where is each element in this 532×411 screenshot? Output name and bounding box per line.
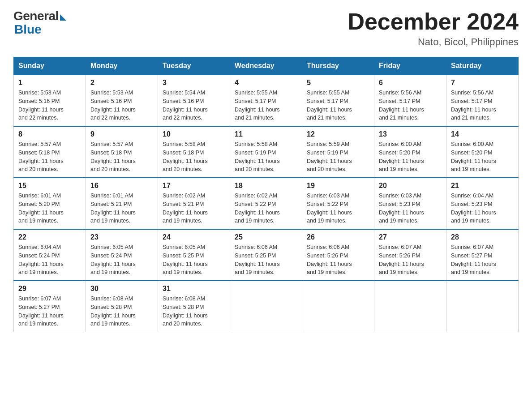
weekday-header-tuesday: Tuesday — [158, 57, 230, 75]
calendar-empty-cell — [302, 281, 374, 332]
day-info: Sunrise: 6:02 AM Sunset: 5:22 PM Dayligh… — [235, 192, 297, 225]
day-info: Sunrise: 6:07 AM Sunset: 5:26 PM Dayligh… — [379, 243, 442, 277]
day-info: Sunrise: 6:07 AM Sunset: 5:27 PM Dayligh… — [18, 295, 81, 328]
day-number: 26 — [307, 233, 369, 241]
day-info: Sunrise: 6:05 AM Sunset: 5:25 PM Dayligh… — [163, 243, 225, 277]
day-info: Sunrise: 5:53 AM Sunset: 5:16 PM Dayligh… — [18, 89, 81, 122]
day-number: 8 — [18, 130, 81, 138]
calendar-empty-cell — [230, 281, 302, 332]
calendar-table: SundayMondayTuesdayWednesdayThursdayFrid… — [13, 57, 519, 332]
calendar-day-cell: 23Sunrise: 6:05 AM Sunset: 5:24 PM Dayli… — [86, 229, 158, 281]
day-number: 19 — [307, 182, 369, 190]
day-info: Sunrise: 5:58 AM Sunset: 5:19 PM Dayligh… — [235, 140, 297, 174]
day-info: Sunrise: 6:04 AM Sunset: 5:23 PM Dayligh… — [451, 192, 514, 225]
day-number: 30 — [90, 285, 153, 293]
calendar-day-cell: 30Sunrise: 6:08 AM Sunset: 5:28 PM Dayli… — [86, 281, 158, 332]
calendar-day-cell: 24Sunrise: 6:05 AM Sunset: 5:25 PM Dayli… — [158, 229, 230, 281]
location-title: Nato, Bicol, Philippines — [348, 36, 519, 48]
calendar-day-cell: 16Sunrise: 6:01 AM Sunset: 5:21 PM Dayli… — [86, 178, 158, 229]
calendar-day-cell: 27Sunrise: 6:07 AM Sunset: 5:26 PM Dayli… — [374, 229, 446, 281]
day-info: Sunrise: 6:05 AM Sunset: 5:24 PM Dayligh… — [90, 243, 153, 277]
day-info: Sunrise: 5:55 AM Sunset: 5:17 PM Dayligh… — [307, 89, 369, 122]
day-info: Sunrise: 5:59 AM Sunset: 5:19 PM Dayligh… — [307, 140, 369, 174]
weekday-header-sunday: Sunday — [14, 57, 86, 75]
day-info: Sunrise: 6:03 AM Sunset: 5:22 PM Dayligh… — [307, 192, 369, 225]
day-number: 9 — [90, 130, 153, 138]
day-number: 24 — [163, 233, 225, 241]
calendar-day-cell: 20Sunrise: 6:03 AM Sunset: 5:23 PM Dayli… — [374, 178, 446, 229]
calendar-empty-cell — [374, 281, 446, 332]
calendar-day-cell: 28Sunrise: 6:07 AM Sunset: 5:27 PM Dayli… — [446, 229, 519, 281]
calendar-day-cell: 29Sunrise: 6:07 AM Sunset: 5:27 PM Dayli… — [14, 281, 86, 332]
calendar-day-cell: 11Sunrise: 5:58 AM Sunset: 5:19 PM Dayli… — [230, 126, 302, 178]
day-number: 7 — [451, 79, 514, 87]
calendar-day-cell: 6Sunrise: 5:56 AM Sunset: 5:17 PM Daylig… — [374, 75, 446, 126]
calendar-day-cell: 19Sunrise: 6:03 AM Sunset: 5:22 PM Dayli… — [302, 178, 374, 229]
day-number: 5 — [307, 79, 369, 87]
calendar-day-cell: 1Sunrise: 5:53 AM Sunset: 5:16 PM Daylig… — [14, 75, 86, 126]
day-number: 13 — [379, 130, 442, 138]
day-number: 20 — [379, 182, 442, 190]
calendar-day-cell: 10Sunrise: 5:58 AM Sunset: 5:18 PM Dayli… — [158, 126, 230, 178]
calendar-day-cell: 26Sunrise: 6:06 AM Sunset: 5:26 PM Dayli… — [302, 229, 374, 281]
calendar-day-cell: 21Sunrise: 6:04 AM Sunset: 5:23 PM Dayli… — [446, 178, 519, 229]
calendar-week-row: 1Sunrise: 5:53 AM Sunset: 5:16 PM Daylig… — [14, 75, 519, 126]
calendar-day-cell: 22Sunrise: 6:04 AM Sunset: 5:24 PM Dayli… — [14, 229, 86, 281]
day-number: 3 — [163, 79, 225, 87]
day-number: 1 — [18, 79, 81, 87]
day-info: Sunrise: 5:54 AM Sunset: 5:16 PM Dayligh… — [163, 89, 225, 122]
day-info: Sunrise: 6:01 AM Sunset: 5:21 PM Dayligh… — [90, 192, 153, 225]
day-info: Sunrise: 6:03 AM Sunset: 5:23 PM Dayligh… — [379, 192, 442, 225]
day-number: 22 — [18, 233, 81, 241]
day-info: Sunrise: 6:00 AM Sunset: 5:20 PM Dayligh… — [379, 140, 442, 174]
day-number: 10 — [163, 130, 225, 138]
day-info: Sunrise: 6:07 AM Sunset: 5:27 PM Dayligh… — [451, 243, 514, 277]
logo-general-text: General — [13, 9, 59, 23]
day-number: 27 — [379, 233, 442, 241]
calendar-day-cell: 2Sunrise: 5:53 AM Sunset: 5:16 PM Daylig… — [86, 75, 158, 126]
header-right: December 2024 Nato, Bicol, Philippines — [348, 9, 519, 48]
calendar-day-cell: 3Sunrise: 5:54 AM Sunset: 5:16 PM Daylig… — [158, 75, 230, 126]
logo-blue-text: Blue — [14, 22, 42, 37]
weekday-header-friday: Friday — [374, 57, 446, 75]
day-info: Sunrise: 6:08 AM Sunset: 5:28 PM Dayligh… — [90, 295, 153, 328]
day-number: 23 — [90, 233, 153, 241]
day-number: 12 — [307, 130, 369, 138]
calendar-day-cell: 12Sunrise: 5:59 AM Sunset: 5:19 PM Dayli… — [302, 126, 374, 178]
calendar-day-cell: 9Sunrise: 5:57 AM Sunset: 5:18 PM Daylig… — [86, 126, 158, 178]
calendar-day-cell: 17Sunrise: 6:02 AM Sunset: 5:21 PM Dayli… — [158, 178, 230, 229]
day-number: 25 — [235, 233, 297, 241]
day-number: 14 — [451, 130, 514, 138]
day-number: 4 — [235, 79, 297, 87]
calendar-day-cell: 14Sunrise: 6:00 AM Sunset: 5:20 PM Dayli… — [446, 126, 519, 178]
day-info: Sunrise: 5:55 AM Sunset: 5:17 PM Dayligh… — [235, 89, 297, 122]
day-info: Sunrise: 5:57 AM Sunset: 5:18 PM Dayligh… — [90, 140, 153, 174]
day-number: 15 — [18, 182, 81, 190]
day-info: Sunrise: 6:06 AM Sunset: 5:25 PM Dayligh… — [235, 243, 297, 277]
calendar-week-row: 29Sunrise: 6:07 AM Sunset: 5:27 PM Dayli… — [14, 281, 519, 332]
calendar-day-cell: 18Sunrise: 6:02 AM Sunset: 5:22 PM Dayli… — [230, 178, 302, 229]
day-number: 28 — [451, 233, 514, 241]
calendar-day-cell: 13Sunrise: 6:00 AM Sunset: 5:20 PM Dayli… — [374, 126, 446, 178]
page-header: General Blue December 2024 Nato, Bicol, … — [13, 9, 519, 48]
day-info: Sunrise: 5:56 AM Sunset: 5:17 PM Dayligh… — [451, 89, 514, 122]
day-info: Sunrise: 6:00 AM Sunset: 5:20 PM Dayligh… — [451, 140, 514, 174]
calendar-empty-cell — [446, 281, 519, 332]
calendar-day-cell: 8Sunrise: 5:57 AM Sunset: 5:18 PM Daylig… — [14, 126, 86, 178]
day-number: 17 — [163, 182, 225, 190]
day-info: Sunrise: 6:02 AM Sunset: 5:21 PM Dayligh… — [163, 192, 225, 225]
day-number: 29 — [18, 285, 81, 293]
calendar-day-cell: 25Sunrise: 6:06 AM Sunset: 5:25 PM Dayli… — [230, 229, 302, 281]
calendar-day-cell: 7Sunrise: 5:56 AM Sunset: 5:17 PM Daylig… — [446, 75, 519, 126]
day-number: 11 — [235, 130, 297, 138]
calendar-day-cell: 4Sunrise: 5:55 AM Sunset: 5:17 PM Daylig… — [230, 75, 302, 126]
day-number: 2 — [90, 79, 153, 87]
day-info: Sunrise: 5:58 AM Sunset: 5:18 PM Dayligh… — [163, 140, 225, 174]
day-info: Sunrise: 5:53 AM Sunset: 5:16 PM Dayligh… — [90, 89, 153, 122]
day-info: Sunrise: 6:04 AM Sunset: 5:24 PM Dayligh… — [18, 243, 81, 277]
day-number: 21 — [451, 182, 514, 190]
calendar-week-row: 8Sunrise: 5:57 AM Sunset: 5:18 PM Daylig… — [14, 126, 519, 178]
weekday-header-thursday: Thursday — [302, 57, 374, 75]
day-info: Sunrise: 6:08 AM Sunset: 5:28 PM Dayligh… — [163, 295, 225, 328]
day-number: 6 — [379, 79, 442, 87]
